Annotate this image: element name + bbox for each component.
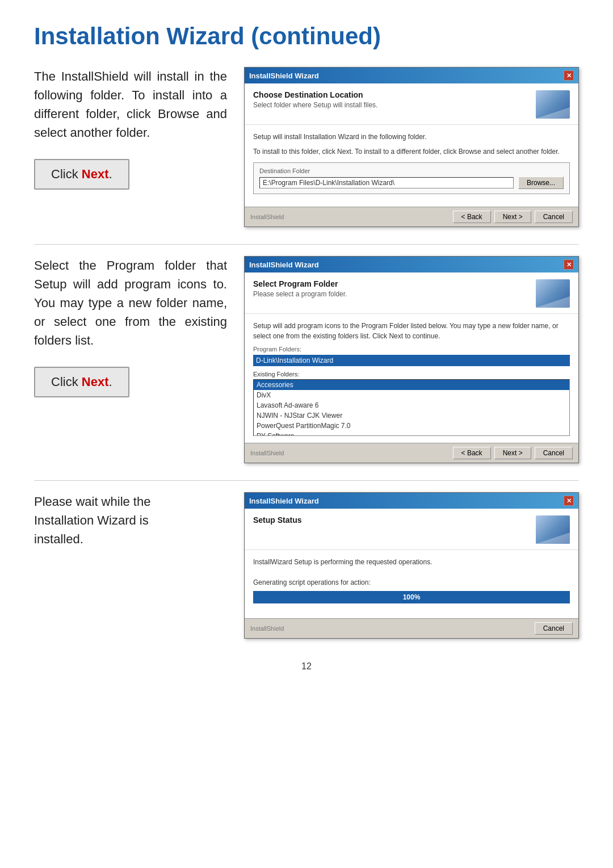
folder-item[interactable]: DivX bbox=[254, 390, 569, 400]
wizard-titlebar-2: InstallShield Wizard ✕ bbox=[245, 257, 578, 272]
section2-wizard: InstallShield Wizard ✕ Select Program Fo… bbox=[244, 256, 579, 463]
wizard-header-subtitle-1: Select folder where Setup will install f… bbox=[253, 101, 377, 109]
period-1: . bbox=[108, 167, 112, 181]
wizard-header-text-2: Select Program Folder Please select a pr… bbox=[253, 279, 347, 298]
wizard-header-image-1 bbox=[536, 90, 570, 119]
wizard-content-1: Setup will install Installation Wizard i… bbox=[245, 125, 578, 207]
cancel-button-1[interactable]: Cancel bbox=[535, 211, 573, 223]
wizard-body-2: Select Program Folder Please select a pr… bbox=[245, 272, 578, 443]
wizard-header-2: Select Program Folder Please select a pr… bbox=[245, 272, 578, 314]
wizard-titlebar-1: InstallShield Wizard ✕ bbox=[245, 68, 578, 83]
close-button-3[interactable]: ✕ bbox=[564, 496, 574, 506]
click-next-box-1: Click Next. bbox=[34, 159, 129, 190]
back-button-1[interactable]: < Back bbox=[453, 211, 491, 223]
folders-list[interactable]: AccessoriesDivXLavasoft Ad-aware 6NJWIN … bbox=[253, 379, 570, 436]
wizard-header-title-3: Setup Status bbox=[253, 515, 302, 525]
folder-item[interactable]: PY Software bbox=[254, 431, 569, 436]
wizard-footer-2: InstallShield < Back Next > Cancel bbox=[245, 443, 578, 463]
section3-desc2: Installation Wizard is bbox=[34, 513, 149, 527]
section-3: Please wait while the Installation Wizar… bbox=[34, 492, 579, 639]
wizard-body-line1-3: InstallWizard Setup is performing the re… bbox=[253, 557, 570, 567]
folder-item[interactable]: PowerQuest PartitionMagic 7.0 bbox=[254, 421, 569, 431]
close-button-2[interactable]: ✕ bbox=[564, 259, 574, 270]
dest-folder-row: E:\Program Files\D-Link\Installation Wiz… bbox=[259, 177, 564, 189]
wizard-header-subtitle-2: Please select a program folder. bbox=[253, 290, 347, 298]
wizard-window-3: InstallShield Wizard ✕ Setup Status Inst… bbox=[244, 492, 579, 639]
program-folders-label: Program Folders: bbox=[253, 346, 570, 353]
wizard-header-1: Choose Destination Location Select folde… bbox=[245, 83, 578, 125]
wizard-header-3: Setup Status bbox=[245, 509, 578, 550]
wizard-footer-3: InstallShield Cancel bbox=[245, 618, 578, 638]
section1-description: The InstallShield will install in the fo… bbox=[34, 67, 227, 142]
folder-item[interactable]: Lavasoft Ad-aware 6 bbox=[254, 400, 569, 410]
divider-1 bbox=[34, 244, 579, 245]
existing-folders-label: Existing Folders: bbox=[253, 371, 570, 378]
wizard-header-image-2 bbox=[536, 279, 570, 308]
section-2: Select the Program folder that Setup wil… bbox=[34, 256, 579, 463]
page-number: 12 bbox=[34, 661, 579, 672]
wizard-body-3: Setup Status InstallWizard Setup is perf… bbox=[245, 509, 578, 618]
section3-desc3: installed. bbox=[34, 532, 83, 546]
section1-left: The InstallShield will install in the fo… bbox=[34, 67, 227, 190]
wizard-titlebar-3: InstallShield Wizard ✕ bbox=[245, 493, 578, 509]
cancel-button-2[interactable]: Cancel bbox=[535, 447, 573, 459]
progress-bar: 100% bbox=[253, 591, 570, 603]
click-label-2: Click bbox=[51, 375, 82, 389]
page-title: Installation Wizard (continued) bbox=[34, 23, 579, 50]
wizard-header-image-3 bbox=[536, 515, 570, 544]
section-1: The InstallShield will install in the fo… bbox=[34, 67, 579, 227]
wizard-footer-label-1: InstallShield bbox=[250, 213, 284, 220]
progress-percent: 100% bbox=[403, 593, 421, 601]
wizard-header-title-1: Choose Destination Location bbox=[253, 90, 377, 99]
wizard-body-line2-1: To install to this folder, click Next. T… bbox=[253, 146, 570, 157]
script-label: Generating script operations for action: bbox=[253, 578, 570, 586]
wizard-header-title-2: Select Program Folder bbox=[253, 279, 347, 288]
folder-item[interactable]: Accessories bbox=[254, 380, 569, 390]
cancel-button-3[interactable]: Cancel bbox=[535, 622, 573, 635]
dest-folder-input[interactable]: E:\Program Files\D-Link\Installation Wiz… bbox=[259, 177, 514, 188]
section1-wizard: InstallShield Wizard ✕ Choose Destinatio… bbox=[244, 67, 579, 227]
folder-item[interactable]: NJWIN - NJStar CJK Viewer bbox=[254, 410, 569, 421]
back-button-2[interactable]: < Back bbox=[453, 447, 491, 459]
existing-folders-section: Existing Folders: AccessoriesDivXLavasof… bbox=[253, 371, 570, 436]
section2-left: Select the Program folder that Setup wil… bbox=[34, 256, 227, 397]
wizard-content-2: Setup will add program icons to the Prog… bbox=[245, 314, 578, 443]
section3-description: Please wait while the Installation Wizar… bbox=[34, 492, 227, 548]
next-highlight-2: Next bbox=[82, 375, 109, 389]
next-button-2[interactable]: Next > bbox=[494, 447, 531, 459]
browse-button[interactable]: Browse... bbox=[518, 177, 564, 189]
program-folder-input[interactable]: D-Link\Installation Wizard bbox=[253, 355, 570, 366]
next-button-1[interactable]: Next > bbox=[494, 211, 531, 223]
wizard-footer-label-2: InstallShield bbox=[250, 450, 284, 456]
wizard-footer-1: InstallShield < Back Next > Cancel bbox=[245, 207, 578, 227]
wizard-title-text-2: InstallShield Wizard bbox=[249, 261, 319, 269]
destination-folder-box: Destination Folder E:\Program Files\D-Li… bbox=[253, 162, 570, 194]
section2-description: Select the Program folder that Setup wil… bbox=[34, 256, 227, 350]
wizard-title-text-3: InstallShield Wizard bbox=[249, 497, 319, 505]
next-highlight-1: Next bbox=[82, 167, 109, 181]
wizard-header-text-1: Choose Destination Location Select folde… bbox=[253, 90, 377, 109]
wizard-body-1: Choose Destination Location Select folde… bbox=[245, 83, 578, 207]
wizard-window-1: InstallShield Wizard ✕ Choose Destinatio… bbox=[244, 67, 579, 227]
wizard-window-2: InstallShield Wizard ✕ Select Program Fo… bbox=[244, 256, 579, 463]
wizard-body-line1-1: Setup will install Installation Wizard i… bbox=[253, 132, 570, 142]
wizard-body-line1-2: Setup will add program icons to the Prog… bbox=[253, 321, 570, 341]
dest-folder-label: Destination Folder bbox=[259, 167, 564, 174]
close-button-1[interactable]: ✕ bbox=[564, 70, 574, 81]
wizard-header-text-3: Setup Status bbox=[253, 515, 302, 526]
click-next-box-2: Click Next. bbox=[34, 367, 129, 397]
period-2: . bbox=[108, 375, 112, 389]
divider-2 bbox=[34, 480, 579, 481]
wizard-footer-label-3: InstallShield bbox=[250, 625, 284, 632]
section3-left: Please wait while the Installation Wizar… bbox=[34, 492, 227, 560]
section3-desc1: Please wait while the bbox=[34, 494, 150, 509]
click-label-1: Click bbox=[51, 167, 82, 181]
wizard-title-text-1: InstallShield Wizard bbox=[249, 72, 319, 80]
section3-wizard: InstallShield Wizard ✕ Setup Status Inst… bbox=[244, 492, 579, 639]
wizard-content-3: InstallWizard Setup is performing the re… bbox=[245, 550, 578, 618]
